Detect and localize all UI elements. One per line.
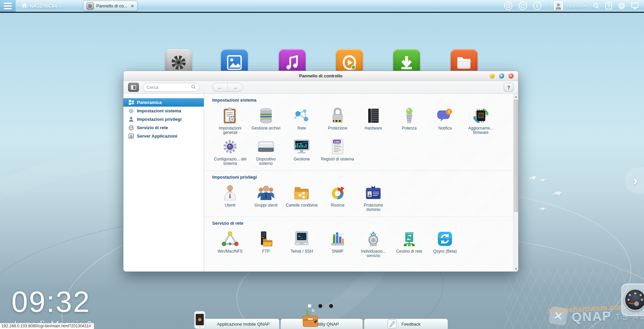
background-task-icon[interactable] [519,2,527,10]
app-protezione-dominio[interactable]: Protezione dominio [355,184,391,212]
gauge-dial-icon [624,289,644,311]
home-button[interactable]: NASD56C94 [22,3,57,9]
window-titlebar[interactable]: Pannello di controllo − + ✕ [123,71,518,81]
desktop-switch-icon[interactable] [631,3,639,9]
search-input[interactable] [147,85,189,90]
forward-button[interactable]: → [228,83,243,92]
sidebar-item-label: Servizio di rete [137,125,168,130]
app-win-mac-nfs[interactable]: Win/Mac/NFS [212,230,248,258]
app-label: Qsync (Beta) [433,249,457,254]
app-telnet-ssh[interactable]: >_Telnet / SSH [284,230,320,258]
app-hardware[interactable]: Hardware [355,107,391,135]
app-gestione[interactable]: Gestione [284,138,320,166]
history-nav: ← → [212,83,243,92]
search-field-wrap [143,83,199,92]
window-help-button[interactable]: ? [504,83,514,92]
scrollbar-thumb[interactable] [514,100,518,212]
sidebar-item-label: Impostazioni sistema [137,108,181,113]
app-qsync-beta[interactable]: Qsync (Beta) [427,230,463,258]
sidebar-toggle-button[interactable] [128,83,139,92]
app-label: Protezione dominio [356,203,390,212]
control-panel-sidebar: PanoramicaImpostazioni sistemaImpostazio… [123,94,204,271]
tab-close-icon[interactable]: ✕ [130,4,134,8]
sidebar-item-impostazioni-privilegi[interactable]: Impostazioni privilegi [123,115,204,123]
app-label: Win/Mac/NFS [218,249,242,254]
quota-donut-icon [329,184,347,202]
clipboard-gear-icon [221,107,239,125]
dock-item-utility[interactable]: Utility QNAP [280,319,363,329]
qsync-icon [436,230,454,248]
shared-folder-icon [293,184,311,202]
search-icon[interactable] [593,3,599,9]
app-risorse[interactable]: Risorse [320,184,356,212]
back-button[interactable]: ← [213,83,228,92]
avatar[interactable] [554,1,563,10]
main-menu-button[interactable] [0,0,15,12]
info-icon[interactable] [533,2,541,10]
minimize-button[interactable]: − [490,73,495,78]
sidebar-item-label: Impostazioni privilegi [137,117,182,122]
browser-status-bar: 192.168.0.103:8080/cgi-bin/main.html?201… [0,323,94,329]
clock-icon[interactable] [504,2,513,10]
app-cestino-di-rete[interactable]: Cestino di rete [391,230,427,258]
app-impostazioni-generali[interactable]: Impostazioni generali [212,107,248,135]
scroll-up-arrow[interactable]: ▲ [514,94,518,99]
top-taskbar: NASD56C94 Pannello di co... ✕ admin ▼ ? [0,0,644,13]
sidebar-item-panoramica[interactable]: Panoramica [123,98,204,107]
app-notifica[interactable]: !Notifica [427,107,463,135]
section-servizio-di-rete: Servizio di reteWin/Mac/NFSFTP>_Telnet /… [204,217,513,263]
caret-down-icon: ▼ [584,4,587,8]
section-impostazioni-privilegi: Impostazioni privilegiUtentiGruppi utent… [204,171,513,217]
maximize-button[interactable]: + [499,73,504,78]
app-ftp[interactable]: FTP [248,230,284,258]
user-group-icon [257,184,275,202]
app-individuazio-servizio[interactable]: Individuazio... servizio [355,230,391,258]
overview-grid-icon [128,100,134,105]
app-gestione-archivi[interactable]: Gestione archivi [248,107,284,135]
app-label: Configurazio... del sistema [213,157,247,166]
page-dot-1[interactable] [308,304,311,308]
sidebar-item-servizio-di-rete[interactable]: Servizio di rete [123,123,204,132]
dock-item-mobile-app[interactable]: Applicazione mobile QNAP [197,319,279,329]
page-dot-3[interactable] [329,304,333,308]
app-snmp[interactable]: SNMP [320,230,356,258]
taskbar-tab-control-panel[interactable]: Pannello di co... ✕ [83,1,138,11]
scroll-down-arrow[interactable]: ▼ [514,266,518,271]
app-protezione[interactable]: Protezione [320,107,356,135]
user-icon [128,117,134,122]
user-menu[interactable]: admin ▼ [569,3,587,9]
user-single-icon [221,184,239,202]
dashboard-gauge-widget[interactable] [621,284,644,316]
desktop: NASD56C94 Pannello di co... ✕ admin ▼ ? [0,0,644,329]
app-label: Notifica [438,126,452,131]
app-utenti[interactable]: Utenti [212,184,248,212]
firmware-chip-icon [472,107,490,125]
app-registri-di-sistema[interactable]: LOGRegistri di sistema [320,138,356,166]
close-button[interactable]: ✕ [508,73,514,78]
dock-item-feedback[interactable]: Feedback [364,319,448,329]
app-label: Utenti [225,203,235,208]
app-label: Rete [298,126,306,131]
app-label: Gestione [294,157,310,161]
language-globe-icon[interactable] [618,2,625,9]
app-aggiorname-firmware[interactable]: Aggiorname... firmware [463,107,499,135]
app-grid: UtentiGruppi utentiCartelle condiviseRis… [212,184,505,215]
app-gruppi-utenti[interactable]: Gruppi utenti [248,184,284,212]
bird-decoration [527,174,547,184]
next-desktop-page-button[interactable]: › [624,168,644,194]
external-drive-icon [257,138,275,156]
sidebar-item-label: Server Applicazioni [137,134,177,139]
app-rete[interactable]: Rete [284,107,320,135]
help-icon[interactable]: ? [605,2,612,9]
network-recycle-icon [400,230,418,248]
app-dispositivo-esterno[interactable]: Dispositivo esterno [248,138,284,166]
username: admin [569,3,582,9]
app-cartelle-condivise[interactable]: Cartelle condivise [284,184,320,212]
app-potenza[interactable]: Potenza [391,107,427,135]
scrollbar[interactable]: ▲ ▼ [513,94,518,271]
sidebar-item-impostazioni-sistema[interactable]: Impostazioni sistema [123,107,204,115]
sidebar-item-server-applicazioni[interactable]: Server Applicazioni [123,132,204,140]
app-configurazio-del-sistema[interactable]: Configurazio... del sistema [212,138,248,166]
page-dot-2[interactable] [318,304,322,308]
terminal-icon: >_ [293,230,311,248]
